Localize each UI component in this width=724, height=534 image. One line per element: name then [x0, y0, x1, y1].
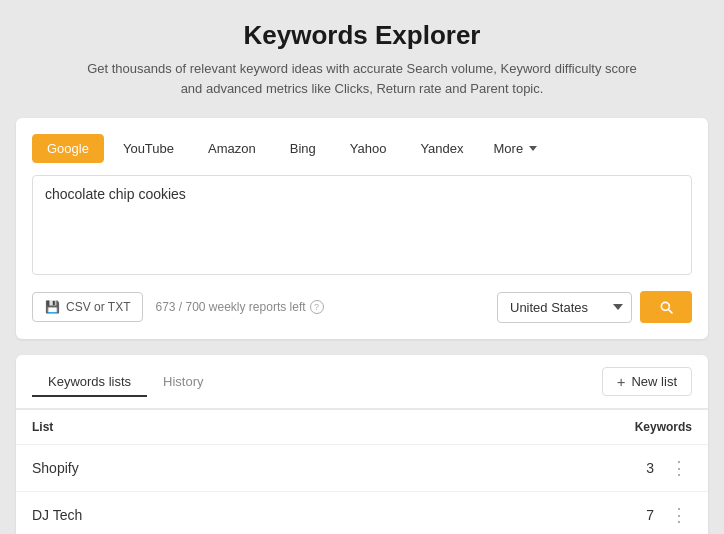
page-title: Keywords Explorer	[82, 20, 642, 51]
list-name-djtech: DJ Tech	[32, 507, 82, 523]
search-bar: 💾 CSV or TXT 673 / 700 weekly reports le…	[32, 291, 692, 323]
lists-tabs-left: Keywords lists History	[32, 368, 220, 395]
row-right-shopify: 3 ⋮	[646, 457, 692, 479]
kw-count-djtech: 7	[646, 507, 654, 523]
upload-icon: 💾	[45, 300, 60, 314]
col-keywords-header: Keywords	[635, 420, 692, 434]
search-card: Google YouTube Amazon Bing Yahoo Yandex …	[16, 118, 708, 339]
tab-google[interactable]: Google	[32, 134, 104, 163]
tab-amazon[interactable]: Amazon	[193, 134, 271, 163]
reports-text: 673 / 700 weekly reports left ?	[155, 300, 323, 314]
list-name-shopify: Shopify	[32, 460, 79, 476]
lists-tabs-bar: Keywords lists History + New list	[16, 355, 708, 410]
tab-youtube[interactable]: YouTube	[108, 134, 189, 163]
lists-card: Keywords lists History + New list List K…	[16, 355, 708, 534]
chevron-down-icon	[529, 146, 537, 151]
tab-more[interactable]: More	[483, 134, 549, 163]
country-select[interactable]: United States United Kingdom Canada Aust…	[497, 292, 632, 323]
plus-icon: +	[617, 374, 626, 389]
row-menu-djtech[interactable]: ⋮	[666, 504, 692, 526]
row-right-djtech: 7 ⋮	[646, 504, 692, 526]
tab-history[interactable]: History	[147, 368, 219, 397]
tab-keywords-lists[interactable]: Keywords lists	[32, 368, 147, 397]
search-bar-left: 💾 CSV or TXT 673 / 700 weekly reports le…	[32, 292, 324, 322]
search-button[interactable]	[640, 291, 692, 323]
tab-yandex[interactable]: Yandex	[405, 134, 478, 163]
page-subtitle: Get thousands of relevant keyword ideas …	[82, 59, 642, 98]
new-list-button[interactable]: + New list	[602, 367, 692, 396]
row-menu-shopify[interactable]: ⋮	[666, 457, 692, 479]
kw-count-shopify: 3	[646, 460, 654, 476]
search-engine-tabs: Google YouTube Amazon Bing Yahoo Yandex …	[32, 134, 692, 163]
search-icon	[658, 299, 674, 315]
page-header: Keywords Explorer Get thousands of relev…	[82, 20, 642, 98]
help-icon[interactable]: ?	[310, 300, 324, 314]
col-list-header: List	[32, 420, 53, 434]
table-header: List Keywords	[16, 410, 708, 445]
table-row[interactable]: DJ Tech 7 ⋮	[16, 492, 708, 534]
search-bar-right: United States United Kingdom Canada Aust…	[497, 291, 692, 323]
csv-button[interactable]: 💾 CSV or TXT	[32, 292, 143, 322]
tab-bing[interactable]: Bing	[275, 134, 331, 163]
keyword-input[interactable]	[32, 175, 692, 275]
tab-yahoo[interactable]: Yahoo	[335, 134, 402, 163]
table-row[interactable]: Shopify 3 ⋮	[16, 445, 708, 492]
